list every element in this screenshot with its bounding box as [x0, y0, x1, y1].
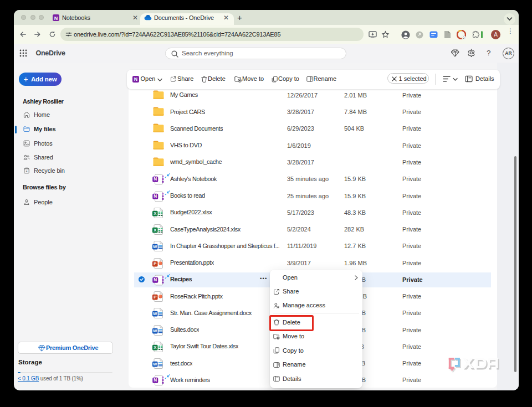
svg-text:X: X	[154, 228, 157, 233]
svg-text:X: X	[154, 345, 157, 350]
svg-text:a: a	[25, 169, 27, 173]
svg-text:N: N	[154, 277, 157, 282]
svg-text:P: P	[154, 261, 156, 266]
svg-text:N: N	[154, 378, 157, 383]
svg-text:X: X	[154, 211, 157, 216]
svg-text:P: P	[154, 295, 156, 300]
svg-text:W: W	[153, 311, 157, 316]
svg-text:N: N	[154, 177, 157, 182]
svg-text:N: N	[154, 194, 157, 199]
svg-text:N: N	[54, 15, 58, 20]
svg-text:W: W	[153, 244, 157, 249]
svg-text:N: N	[134, 76, 137, 82]
svg-text:W: W	[153, 328, 157, 333]
svg-text:W: W	[153, 362, 157, 367]
